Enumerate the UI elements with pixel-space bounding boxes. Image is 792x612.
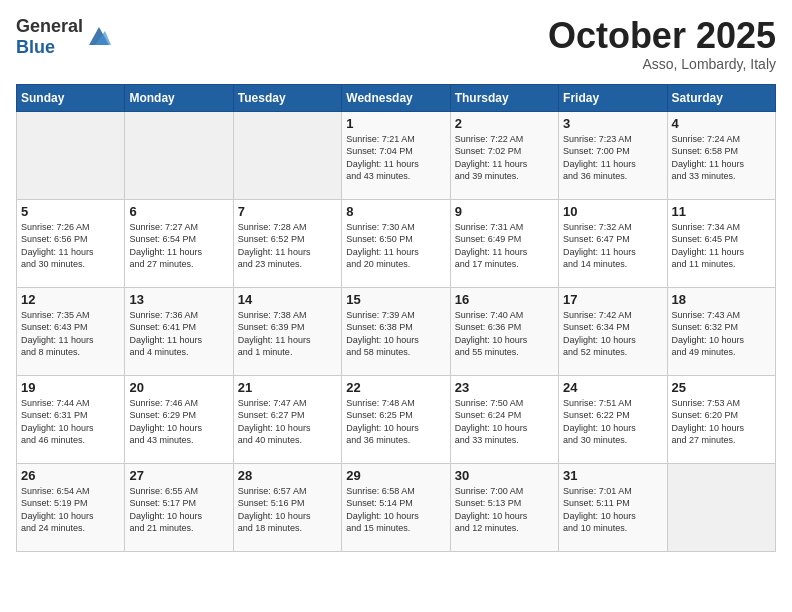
calendar-cell: 27Sunrise: 6:55 AM Sunset: 5:17 PM Dayli… xyxy=(125,463,233,551)
day-info: Sunrise: 7:50 AM Sunset: 6:24 PM Dayligh… xyxy=(455,397,554,447)
day-info: Sunrise: 7:36 AM Sunset: 6:41 PM Dayligh… xyxy=(129,309,228,359)
day-of-week-header: Sunday xyxy=(17,84,125,111)
calendar-cell xyxy=(667,463,775,551)
calendar-cell xyxy=(233,111,341,199)
calendar-cell: 11Sunrise: 7:34 AM Sunset: 6:45 PM Dayli… xyxy=(667,199,775,287)
logo-general: General xyxy=(16,16,83,36)
calendar-cell: 15Sunrise: 7:39 AM Sunset: 6:38 PM Dayli… xyxy=(342,287,450,375)
day-info: Sunrise: 6:54 AM Sunset: 5:19 PM Dayligh… xyxy=(21,485,120,535)
calendar-cell: 9Sunrise: 7:31 AM Sunset: 6:49 PM Daylig… xyxy=(450,199,558,287)
day-number: 23 xyxy=(455,380,554,395)
calendar-week-row: 5Sunrise: 7:26 AM Sunset: 6:56 PM Daylig… xyxy=(17,199,776,287)
day-info: Sunrise: 6:55 AM Sunset: 5:17 PM Dayligh… xyxy=(129,485,228,535)
day-number: 20 xyxy=(129,380,228,395)
day-info: Sunrise: 7:46 AM Sunset: 6:29 PM Dayligh… xyxy=(129,397,228,447)
day-number: 6 xyxy=(129,204,228,219)
day-info: Sunrise: 7:22 AM Sunset: 7:02 PM Dayligh… xyxy=(455,133,554,183)
day-number: 16 xyxy=(455,292,554,307)
calendar-cell: 26Sunrise: 6:54 AM Sunset: 5:19 PM Dayli… xyxy=(17,463,125,551)
day-info: Sunrise: 7:26 AM Sunset: 6:56 PM Dayligh… xyxy=(21,221,120,271)
calendar-cell: 24Sunrise: 7:51 AM Sunset: 6:22 PM Dayli… xyxy=(559,375,667,463)
day-number: 10 xyxy=(563,204,662,219)
location: Asso, Lombardy, Italy xyxy=(548,56,776,72)
day-number: 31 xyxy=(563,468,662,483)
day-number: 18 xyxy=(672,292,771,307)
calendar-cell: 4Sunrise: 7:24 AM Sunset: 6:58 PM Daylig… xyxy=(667,111,775,199)
calendar-cell: 19Sunrise: 7:44 AM Sunset: 6:31 PM Dayli… xyxy=(17,375,125,463)
logo-text: General Blue xyxy=(16,16,83,58)
day-info: Sunrise: 7:42 AM Sunset: 6:34 PM Dayligh… xyxy=(563,309,662,359)
day-number: 4 xyxy=(672,116,771,131)
calendar-cell: 10Sunrise: 7:32 AM Sunset: 6:47 PM Dayli… xyxy=(559,199,667,287)
calendar-cell: 23Sunrise: 7:50 AM Sunset: 6:24 PM Dayli… xyxy=(450,375,558,463)
day-of-week-header: Monday xyxy=(125,84,233,111)
day-number: 12 xyxy=(21,292,120,307)
logo-icon xyxy=(85,23,113,51)
day-of-week-header: Tuesday xyxy=(233,84,341,111)
calendar-cell: 17Sunrise: 7:42 AM Sunset: 6:34 PM Dayli… xyxy=(559,287,667,375)
day-info: Sunrise: 7:23 AM Sunset: 7:00 PM Dayligh… xyxy=(563,133,662,183)
calendar-cell: 1Sunrise: 7:21 AM Sunset: 7:04 PM Daylig… xyxy=(342,111,450,199)
day-info: Sunrise: 7:51 AM Sunset: 6:22 PM Dayligh… xyxy=(563,397,662,447)
day-info: Sunrise: 7:01 AM Sunset: 5:11 PM Dayligh… xyxy=(563,485,662,535)
day-info: Sunrise: 6:58 AM Sunset: 5:14 PM Dayligh… xyxy=(346,485,445,535)
calendar-cell: 30Sunrise: 7:00 AM Sunset: 5:13 PM Dayli… xyxy=(450,463,558,551)
calendar-cell: 20Sunrise: 7:46 AM Sunset: 6:29 PM Dayli… xyxy=(125,375,233,463)
calendar-cell xyxy=(125,111,233,199)
calendar-cell: 16Sunrise: 7:40 AM Sunset: 6:36 PM Dayli… xyxy=(450,287,558,375)
day-info: Sunrise: 7:30 AM Sunset: 6:50 PM Dayligh… xyxy=(346,221,445,271)
page-header: General Blue October 2025 Asso, Lombardy… xyxy=(16,16,776,72)
day-number: 26 xyxy=(21,468,120,483)
day-info: Sunrise: 7:53 AM Sunset: 6:20 PM Dayligh… xyxy=(672,397,771,447)
day-number: 13 xyxy=(129,292,228,307)
calendar-week-row: 12Sunrise: 7:35 AM Sunset: 6:43 PM Dayli… xyxy=(17,287,776,375)
calendar-week-row: 19Sunrise: 7:44 AM Sunset: 6:31 PM Dayli… xyxy=(17,375,776,463)
calendar-cell: 31Sunrise: 7:01 AM Sunset: 5:11 PM Dayli… xyxy=(559,463,667,551)
calendar-cell: 6Sunrise: 7:27 AM Sunset: 6:54 PM Daylig… xyxy=(125,199,233,287)
day-info: Sunrise: 7:00 AM Sunset: 5:13 PM Dayligh… xyxy=(455,485,554,535)
calendar-cell: 29Sunrise: 6:58 AM Sunset: 5:14 PM Dayli… xyxy=(342,463,450,551)
day-number: 22 xyxy=(346,380,445,395)
month-title: October 2025 xyxy=(548,16,776,56)
calendar-cell: 13Sunrise: 7:36 AM Sunset: 6:41 PM Dayli… xyxy=(125,287,233,375)
calendar-cell: 2Sunrise: 7:22 AM Sunset: 7:02 PM Daylig… xyxy=(450,111,558,199)
day-info: Sunrise: 7:28 AM Sunset: 6:52 PM Dayligh… xyxy=(238,221,337,271)
day-number: 29 xyxy=(346,468,445,483)
day-info: Sunrise: 7:32 AM Sunset: 6:47 PM Dayligh… xyxy=(563,221,662,271)
day-number: 8 xyxy=(346,204,445,219)
calendar-cell: 5Sunrise: 7:26 AM Sunset: 6:56 PM Daylig… xyxy=(17,199,125,287)
day-of-week-header: Saturday xyxy=(667,84,775,111)
day-info: Sunrise: 7:21 AM Sunset: 7:04 PM Dayligh… xyxy=(346,133,445,183)
day-number: 7 xyxy=(238,204,337,219)
day-number: 25 xyxy=(672,380,771,395)
day-number: 3 xyxy=(563,116,662,131)
calendar-table: SundayMondayTuesdayWednesdayThursdayFrid… xyxy=(16,84,776,552)
day-info: Sunrise: 7:38 AM Sunset: 6:39 PM Dayligh… xyxy=(238,309,337,359)
calendar-cell: 25Sunrise: 7:53 AM Sunset: 6:20 PM Dayli… xyxy=(667,375,775,463)
day-info: Sunrise: 7:44 AM Sunset: 6:31 PM Dayligh… xyxy=(21,397,120,447)
calendar-cell: 7Sunrise: 7:28 AM Sunset: 6:52 PM Daylig… xyxy=(233,199,341,287)
day-number: 15 xyxy=(346,292,445,307)
title-block: October 2025 Asso, Lombardy, Italy xyxy=(548,16,776,72)
day-number: 17 xyxy=(563,292,662,307)
day-number: 19 xyxy=(21,380,120,395)
calendar-cell: 8Sunrise: 7:30 AM Sunset: 6:50 PM Daylig… xyxy=(342,199,450,287)
logo-blue: Blue xyxy=(16,37,55,57)
day-number: 27 xyxy=(129,468,228,483)
day-number: 1 xyxy=(346,116,445,131)
calendar-cell: 22Sunrise: 7:48 AM Sunset: 6:25 PM Dayli… xyxy=(342,375,450,463)
day-info: Sunrise: 7:43 AM Sunset: 6:32 PM Dayligh… xyxy=(672,309,771,359)
day-info: Sunrise: 7:39 AM Sunset: 6:38 PM Dayligh… xyxy=(346,309,445,359)
logo: General Blue xyxy=(16,16,113,58)
day-info: Sunrise: 6:57 AM Sunset: 5:16 PM Dayligh… xyxy=(238,485,337,535)
day-info: Sunrise: 7:47 AM Sunset: 6:27 PM Dayligh… xyxy=(238,397,337,447)
day-number: 14 xyxy=(238,292,337,307)
calendar-week-row: 26Sunrise: 6:54 AM Sunset: 5:19 PM Dayli… xyxy=(17,463,776,551)
calendar-cell: 28Sunrise: 6:57 AM Sunset: 5:16 PM Dayli… xyxy=(233,463,341,551)
calendar-cell: 3Sunrise: 7:23 AM Sunset: 7:00 PM Daylig… xyxy=(559,111,667,199)
day-info: Sunrise: 7:27 AM Sunset: 6:54 PM Dayligh… xyxy=(129,221,228,271)
day-info: Sunrise: 7:40 AM Sunset: 6:36 PM Dayligh… xyxy=(455,309,554,359)
day-info: Sunrise: 7:24 AM Sunset: 6:58 PM Dayligh… xyxy=(672,133,771,183)
calendar-cell xyxy=(17,111,125,199)
days-header-row: SundayMondayTuesdayWednesdayThursdayFrid… xyxy=(17,84,776,111)
